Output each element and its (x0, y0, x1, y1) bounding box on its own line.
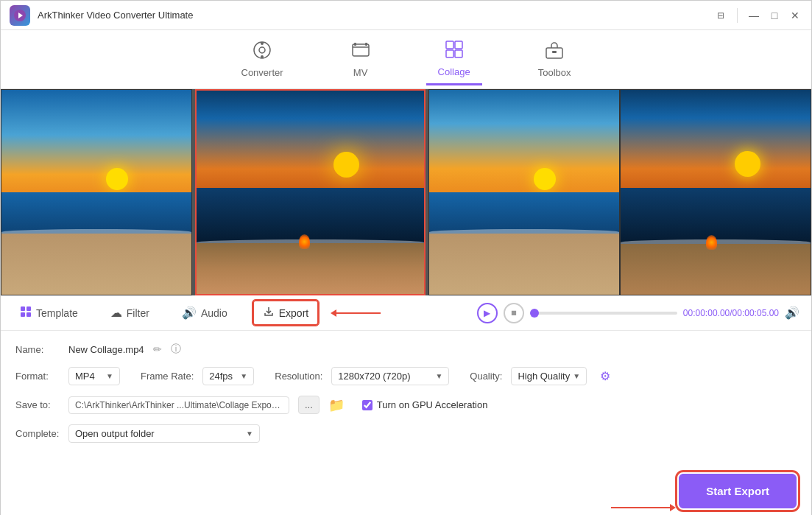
complete-select[interactable]: Open output folder ▼ (68, 424, 260, 443)
time-display: 00:00:00.00/00:00:05.00 (683, 308, 779, 318)
progress-thumb (530, 309, 539, 318)
beach-scene-3 (429, 90, 619, 295)
resolution-select[interactable]: 1280x720 (720p) ▼ (331, 367, 449, 385)
app-icon (10, 5, 30, 26)
folder-icon[interactable]: 📁 (328, 397, 345, 413)
app-window: ArkThinker Video Converter Ultimate ⊟ — … (0, 0, 812, 515)
quality-arrow-icon: ▼ (573, 372, 580, 380)
filter-button[interactable]: ☁ Filter (103, 301, 157, 324)
start-export-annotation (611, 507, 670, 508)
browse-button[interactable]: ... (298, 396, 319, 414)
close-button[interactable]: ✕ (788, 8, 802, 23)
name-label: Name: (15, 344, 60, 355)
format-arrow-icon: ▼ (106, 372, 113, 380)
framerate-select[interactable]: 24fps ▼ (202, 367, 254, 385)
preview-cell-1[interactable]: ⊞ (1, 89, 192, 295)
menu-button[interactable]: ⊟ (713, 8, 728, 23)
svg-rect-17 (21, 312, 25, 317)
titlebar: ArkThinker Video Converter Ultimate ⊟ — … (1, 1, 811, 30)
name-row: Name: New Collage.mp4 ✏ ⓘ (15, 343, 797, 356)
preview-cell-4[interactable] (620, 89, 811, 295)
format-label: Format: (15, 371, 60, 382)
template-icon (20, 306, 32, 320)
audio-icon: 🔊 (182, 306, 197, 320)
template-button[interactable]: Template (13, 301, 85, 325)
export-label: Export (279, 307, 308, 319)
save-path-display: C:\ArkThinker\ArkThinker ...Ultimate\Col… (68, 396, 289, 414)
nav-item-collage[interactable]: Collage (426, 34, 482, 85)
svg-rect-12 (455, 50, 462, 57)
window-controls: ⊟ — □ ✕ (713, 8, 802, 23)
gpu-checkbox[interactable] (362, 400, 373, 410)
annotation-arrowhead (331, 309, 336, 317)
export-annotation (336, 312, 381, 314)
format-value: MP4 (75, 371, 95, 382)
mv-icon (351, 41, 370, 64)
separator (737, 8, 738, 23)
filter-label: Filter (127, 307, 149, 319)
collage-label: Collage (438, 66, 470, 77)
toolbox-icon (545, 41, 564, 64)
nav-item-toolbox[interactable]: Toolbox (526, 35, 583, 84)
complete-row: Complete: Open output folder ▼ (15, 424, 797, 443)
format-select[interactable]: MP4 ▼ (68, 367, 120, 385)
stop-button[interactable]: ⏹ (504, 303, 524, 323)
framerate-arrow-icon: ▼ (240, 372, 247, 380)
complete-label: Complete: (15, 428, 60, 439)
resolution-arrow-icon: ▼ (435, 372, 442, 380)
svg-point-4 (261, 42, 264, 45)
filter-icon: ☁ (110, 306, 122, 320)
export-icon (263, 306, 275, 320)
svg-rect-16 (27, 306, 31, 311)
annotation-line-2 (611, 507, 670, 508)
framerate-value: 24fps (209, 371, 233, 382)
preview-cell-2[interactable]: ⊞ (195, 89, 426, 295)
progress-bar[interactable] (530, 312, 677, 315)
preview-cell-3[interactable] (428, 89, 620, 295)
nav-item-converter[interactable]: Converter (230, 35, 295, 84)
collage-icon (445, 40, 464, 63)
annotation-line (336, 312, 381, 314)
toolbox-label: Toolbox (538, 67, 571, 78)
format-row: Format: MP4 ▼ Frame Rate: 24fps ▼ Resolu… (15, 366, 797, 385)
resolution-label: Resolution: (275, 371, 322, 382)
navbar: Converter MV Col (1, 30, 811, 89)
svg-rect-15 (21, 306, 25, 311)
audio-button[interactable]: 🔊 Audio (174, 301, 235, 324)
beach-scene-2 (197, 91, 424, 294)
quality-value: High Quality (518, 371, 570, 382)
annotation-arrowhead-2 (670, 504, 676, 511)
playback-controls: ▶ ⏹ 00:00:00.00/00:00:05.00 🔊 (477, 303, 799, 323)
svg-rect-10 (455, 41, 462, 49)
complete-arrow-icon: ▼ (246, 430, 253, 438)
complete-value: Open output folder (75, 428, 155, 439)
edit-name-button[interactable]: ✏ (153, 343, 162, 355)
svg-point-3 (259, 47, 265, 53)
export-button[interactable]: Export (253, 300, 319, 326)
gear-button[interactable]: ⚙ (596, 366, 615, 385)
maximize-button[interactable]: □ (767, 8, 782, 23)
audio-label: Audio (201, 307, 227, 319)
preview-area: ⊞ ⊞ (1, 89, 811, 295)
settings-panel: Name: New Collage.mp4 ✏ ⓘ Format: MP4 ▼ … (1, 331, 811, 465)
mv-label: MV (353, 67, 368, 78)
volume-button[interactable]: 🔊 (785, 306, 799, 320)
quality-select[interactable]: High Quality ▼ (511, 367, 587, 385)
svg-point-5 (261, 55, 264, 58)
resolution-value: 1280x720 (720p) (338, 371, 410, 382)
svg-rect-7 (354, 43, 356, 46)
svg-rect-18 (27, 312, 31, 317)
name-value: New Collage.mp4 (68, 344, 144, 355)
beach-scene-1 (1, 90, 191, 295)
play-button[interactable]: ▶ (477, 303, 498, 323)
converter-icon (253, 41, 272, 64)
svg-rect-6 (353, 44, 369, 56)
beach-scene-4 (621, 90, 811, 295)
minimize-button[interactable]: — (746, 8, 761, 23)
nav-item-mv[interactable]: MV (339, 35, 382, 84)
gpu-acceleration-toggle[interactable]: Turn on GPU Acceleration (362, 399, 488, 410)
start-export-button[interactable]: Start Export (679, 474, 797, 508)
time-total: 00:00:05.00 (732, 308, 779, 318)
bottom-area: Start Export (1, 465, 811, 515)
info-button[interactable]: ⓘ (171, 343, 181, 356)
